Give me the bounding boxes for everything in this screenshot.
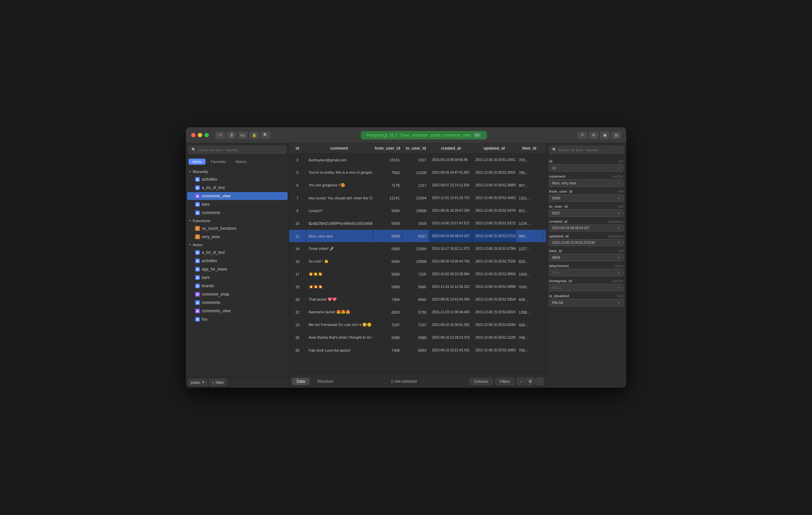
col-header-comment[interactable]: comment — [306, 143, 373, 153]
sidebar-item-bars[interactable]: ▦ bars — [187, 274, 288, 281]
tab-items[interactable]: Items — [188, 159, 205, 165]
chevron-down-icon: ▼ — [202, 381, 205, 384]
col-header-created-at[interactable]: created_at — [429, 143, 473, 153]
sidebar-item-alotoftext[interactable]: ▦ a_lot_of_text — [187, 248, 288, 256]
table-row[interactable]: 17 👏👏👏 5569 7225 2015-10-02 06:23:38.884… — [289, 268, 546, 280]
field-value-item-id[interactable]: 9848 ▼ — [549, 254, 624, 261]
next-page-button[interactable]: › — [535, 378, 544, 385]
col-header-to-user-id[interactable]: to_user_id — [403, 143, 429, 153]
table-row[interactable]: 3 duchuykun@gmail.com 12141 1317 2015-08… — [289, 154, 546, 166]
sidebar-item-bars-recent[interactable]: ▦ bars — [187, 200, 288, 209]
chevron-down-icon: ▼ — [617, 181, 620, 185]
minimize-button[interactable] — [198, 133, 202, 137]
sidebar-item-alotoftext-recent[interactable]: ▦ a_lot_of_text — [187, 184, 288, 192]
chevron-down-icon: ▼ — [617, 226, 620, 230]
panel-left-icon[interactable]: ▣ — [600, 132, 609, 139]
field-value-is-disabled[interactable]: FALSE ▼ — [549, 299, 624, 306]
field-value-created-at[interactable]: 2015-09-19 08:38:24.337 ▼ — [549, 224, 624, 232]
search-icon[interactable]: 🔍 — [261, 132, 270, 139]
table-row[interactable]: 22 Awesome jacket 😍😍😍 8303 5730 2015-11-… — [289, 306, 546, 319]
sidebar-item-appforleave[interactable]: ▦ app_for_leave — [187, 265, 288, 273]
field-value-to-user-id[interactable]: 5027 ▼ — [549, 209, 624, 217]
schema-select[interactable]: public ▼ — [188, 379, 207, 386]
sidebar-item-activities[interactable]: ▦ activities — [187, 257, 288, 265]
cell-from-user-id: 7237 — [373, 319, 403, 331]
sidebar-item-comments[interactable]: ▦ comments — [187, 299, 288, 306]
cell-to-user-id: 5730 — [403, 306, 429, 318]
table-row[interactable]: 26 Fab shot! Love the jacket! 7308 6953 … — [289, 344, 546, 357]
table-row[interactable]: 19 💥💥💥 5569 5665 2015-11-24 10:12:39.322… — [289, 280, 546, 293]
col-header-updated-at[interactable]: updated_at — [473, 143, 516, 153]
horizontal-scrollbar[interactable] — [289, 372, 546, 374]
table-row[interactable]: 10 $2a$10$HZLN88PNuWWi4ZuS91Ib8dR98Ijt0k… — [289, 217, 546, 230]
filters-button[interactable]: Filters — [495, 378, 514, 385]
sidebar-item-activities-recent[interactable]: ▦ activities — [187, 175, 288, 183]
table-row-selected[interactable]: 11 Nice, very nice 5569 5027 2015-09-19 … — [289, 230, 546, 242]
cell-from-user-id: 5569 — [373, 205, 403, 217]
cell-id: 20 — [289, 293, 306, 306]
database-icon[interactable]: 🗄 — [227, 132, 236, 139]
field-value-attachment[interactable]: NULL ▼ — [549, 269, 624, 276]
cell-item-id: 1321... — [516, 192, 543, 204]
sidebar-item-commentsview-recent[interactable]: ◉ comments_view — [187, 192, 288, 200]
sidebar-item-commentsview[interactable]: ◉ comments_view — [187, 307, 288, 315]
field-value-instagram-id[interactable]: NULL ▼ — [549, 284, 624, 291]
field-search[interactable]: 🔍 — [549, 146, 624, 154]
sql-icon[interactable]: SQL — [238, 132, 248, 139]
titlebar-left-icons: ⊙ 🗄 SQL 🔒 🔍 — [215, 132, 270, 139]
table-row[interactable]: 20 That jacket 💖💖 7364 9940 2015-08-05 1… — [289, 293, 546, 306]
tab-data[interactable]: Data — [292, 378, 310, 385]
person-icon[interactable]: ⊙ — [215, 132, 225, 139]
table-row[interactable]: 23 Me too Fernanda! It's cute isn't it 😊… — [289, 319, 546, 331]
sidebar-item-so-much-functions[interactable]: ƒ so_much_functions — [187, 224, 288, 233]
col-header-from-user-id[interactable]: from_user_id — [373, 143, 403, 153]
table-row[interactable]: 5 You're so pretty, this is a nice ni go… — [289, 166, 546, 179]
col-header-id[interactable]: id — [289, 143, 306, 153]
add-table-button[interactable]: + Table — [209, 379, 227, 386]
panel-right-icon[interactable]: ▤ — [611, 132, 621, 139]
close-button[interactable] — [191, 133, 196, 137]
cell-to-user-id: 7225 — [403, 268, 429, 280]
grid-icon[interactable]: ⊞ — [589, 132, 598, 139]
refresh-icon[interactable]: ↺ — [578, 132, 587, 139]
cell-comment: Great video! 🚀 — [306, 242, 373, 255]
field-value-from-user-id[interactable]: 5569 ▼ — [549, 194, 624, 202]
section-recently-header[interactable]: ▼ Recently — [186, 168, 289, 175]
table-row[interactable]: 7 Hey lovely! You should def. enter the … — [289, 192, 546, 205]
section-functions-header[interactable]: ▼ Functions — [186, 217, 289, 224]
settings-icon[interactable]: ⚙ — [526, 378, 534, 385]
field-type-created: timestamp — [608, 220, 624, 223]
table-row[interactable]: 14 Great video! 🚀 5569 12566 2015-10-17 … — [289, 242, 546, 255]
cell-updated-at: 2015-12-08 15:30:52.404193 — [473, 192, 516, 204]
field-value-comment[interactable]: Nice, very nice ▼ — [549, 179, 624, 187]
section-items-header[interactable]: ▼ Items — [186, 241, 289, 248]
function-icon: ƒ — [195, 226, 200, 231]
field-value-text-attachment: NULL — [552, 271, 561, 274]
tab-structure[interactable]: Structure — [312, 378, 338, 385]
sidebar-item-brands[interactable]: ▦ brands — [187, 282, 288, 290]
table-icon: ▦ — [195, 267, 200, 272]
sidebar-search[interactable]: 🔍 — [188, 146, 286, 154]
connection-badge: PostgreSQL 10.3 : Tono : katonice : publ… — [361, 131, 487, 139]
col-header-item-id[interactable]: item_id — [516, 143, 543, 153]
table-row[interactable]: 16 So cool ! 👏 5569 10568 2015-08-28 13:… — [289, 255, 546, 268]
lock-icon[interactable]: 🔒 — [250, 132, 259, 139]
field-value-id[interactable]: 11 ▼ — [549, 164, 624, 172]
table-row[interactable]: 25 Aww thanks that's what I thought to l… — [289, 331, 546, 344]
sidebar-item-foo[interactable]: ▦ foo — [187, 315, 288, 323]
tab-favorites[interactable]: Favorites — [207, 159, 230, 165]
table-row[interactable]: 6 You are gorgeous !!😍 7178 1317 2015-09… — [289, 179, 546, 192]
sidebar: 🔍 Items Favorites History ▼ Recently ▦ — [186, 143, 289, 388]
sidebar-search-input[interactable] — [198, 148, 283, 152]
sidebar-list: ▼ Recently ▦ activities ▦ a_lot_of_text … — [186, 167, 289, 377]
field-value-updated-at[interactable]: 2015-12-08 15:30:52.572182 ▼ — [549, 239, 624, 246]
previous-page-button[interactable]: ‹ — [517, 378, 525, 385]
sidebar-item-very-wow[interactable]: ƒ very_wow — [187, 233, 288, 241]
maximize-button[interactable] — [204, 133, 209, 137]
columns-button[interactable]: Columns — [470, 378, 493, 385]
field-search-input[interactable] — [558, 148, 620, 152]
sidebar-item-comments-recent[interactable]: ▦ comments — [187, 209, 288, 217]
table-row[interactable]: 8 Lovely!!! 5569 10806 2015-08-26 18:28:… — [289, 205, 546, 217]
tab-history[interactable]: History — [231, 159, 251, 165]
sidebar-item-commentsnap[interactable]: ◉ comment_snap — [187, 290, 288, 298]
